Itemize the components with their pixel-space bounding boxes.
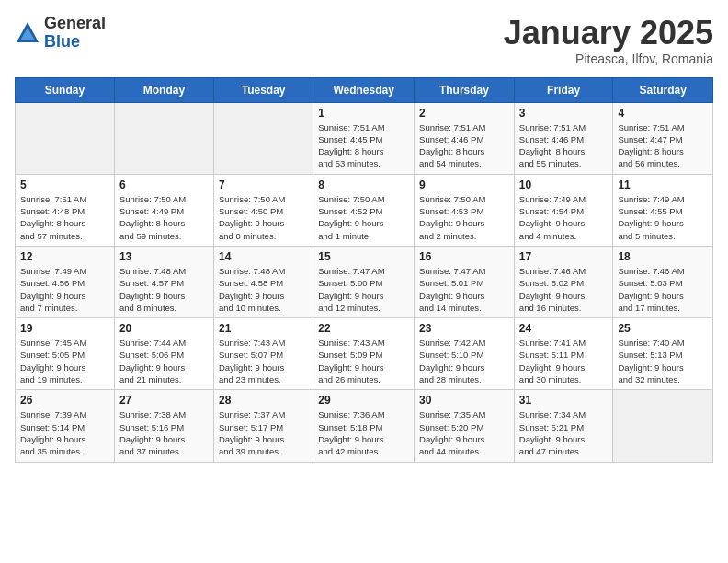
calendar-cell: 2Sunrise: 7:51 AM Sunset: 4:46 PM Daylig… — [415, 102, 515, 174]
calendar-cell: 16Sunrise: 7:47 AM Sunset: 5:01 PM Dayli… — [415, 246, 515, 317]
logo-icon — [15, 20, 40, 46]
calendar-cell: 14Sunrise: 7:48 AM Sunset: 4:58 PM Dayli… — [213, 246, 313, 317]
day-number: 3 — [519, 107, 609, 120]
weekday-header-row: SundayMondayTuesdayWednesdayThursdayFrid… — [16, 77, 713, 102]
calendar-cell — [613, 390, 713, 462]
calendar-cell: 27Sunrise: 7:38 AM Sunset: 5:16 PM Dayli… — [114, 390, 213, 462]
day-number: 31 — [519, 394, 609, 407]
day-number: 28 — [219, 394, 308, 407]
calendar-cell: 26Sunrise: 7:39 AM Sunset: 5:14 PM Dayli… — [16, 390, 115, 462]
calendar-cell: 12Sunrise: 7:49 AM Sunset: 4:56 PM Dayli… — [16, 246, 115, 317]
calendar-cell: 20Sunrise: 7:44 AM Sunset: 5:06 PM Dayli… — [114, 318, 213, 390]
calendar-week-row: 1Sunrise: 7:51 AM Sunset: 4:45 PM Daylig… — [16, 102, 713, 174]
day-number: 11 — [618, 178, 708, 191]
day-number: 1 — [318, 107, 409, 120]
calendar-cell: 11Sunrise: 7:49 AM Sunset: 4:55 PM Dayli… — [613, 174, 713, 246]
day-number: 2 — [419, 107, 509, 120]
day-info: Sunrise: 7:50 AM Sunset: 4:49 PM Dayligh… — [119, 193, 209, 242]
day-number: 19 — [20, 322, 109, 335]
day-number: 18 — [618, 250, 708, 263]
calendar-week-row: 5Sunrise: 7:51 AM Sunset: 4:48 PM Daylig… — [16, 174, 713, 246]
day-info: Sunrise: 7:49 AM Sunset: 4:55 PM Dayligh… — [618, 193, 708, 242]
calendar-cell: 31Sunrise: 7:34 AM Sunset: 5:21 PM Dayli… — [514, 390, 613, 462]
calendar-cell: 30Sunrise: 7:35 AM Sunset: 5:20 PM Dayli… — [415, 390, 515, 462]
logo: General Blue — [15, 15, 106, 52]
day-info: Sunrise: 7:39 AM Sunset: 5:14 PM Dayligh… — [20, 408, 109, 457]
day-info: Sunrise: 7:37 AM Sunset: 5:17 PM Dayligh… — [219, 408, 308, 457]
day-info: Sunrise: 7:41 AM Sunset: 5:11 PM Dayligh… — [519, 337, 609, 385]
day-number: 22 — [318, 322, 409, 335]
day-info: Sunrise: 7:51 AM Sunset: 4:48 PM Dayligh… — [20, 193, 109, 242]
day-number: 23 — [419, 322, 509, 335]
calendar-cell: 6Sunrise: 7:50 AM Sunset: 4:49 PM Daylig… — [114, 174, 213, 246]
calendar-cell: 24Sunrise: 7:41 AM Sunset: 5:11 PM Dayli… — [514, 318, 613, 390]
day-number: 20 — [119, 322, 209, 335]
day-number: 16 — [419, 250, 509, 263]
day-info: Sunrise: 7:38 AM Sunset: 5:16 PM Dayligh… — [119, 408, 209, 457]
calendar-table: SundayMondayTuesdayWednesdayThursdayFrid… — [15, 77, 713, 463]
day-info: Sunrise: 7:48 AM Sunset: 4:57 PM Dayligh… — [119, 265, 209, 314]
day-number: 17 — [519, 250, 609, 263]
calendar-cell: 9Sunrise: 7:50 AM Sunset: 4:53 PM Daylig… — [415, 174, 515, 246]
weekday-header-saturday: Saturday — [613, 77, 713, 102]
weekday-header-monday: Monday — [114, 77, 213, 102]
day-info: Sunrise: 7:45 AM Sunset: 5:05 PM Dayligh… — [20, 337, 109, 385]
day-number: 12 — [20, 250, 109, 263]
day-info: Sunrise: 7:47 AM Sunset: 5:01 PM Dayligh… — [419, 265, 509, 314]
day-number: 30 — [419, 394, 509, 407]
calendar-cell: 22Sunrise: 7:43 AM Sunset: 5:09 PM Dayli… — [313, 318, 415, 390]
day-number: 10 — [519, 178, 609, 191]
day-number: 29 — [318, 394, 409, 407]
calendar-week-row: 12Sunrise: 7:49 AM Sunset: 4:56 PM Dayli… — [16, 246, 713, 317]
day-info: Sunrise: 7:49 AM Sunset: 4:54 PM Dayligh… — [519, 193, 609, 242]
calendar-cell: 29Sunrise: 7:36 AM Sunset: 5:18 PM Dayli… — [313, 390, 415, 462]
calendar-week-row: 19Sunrise: 7:45 AM Sunset: 5:05 PM Dayli… — [16, 318, 713, 390]
day-info: Sunrise: 7:43 AM Sunset: 5:09 PM Dayligh… — [318, 337, 409, 385]
calendar-cell: 19Sunrise: 7:45 AM Sunset: 5:05 PM Dayli… — [16, 318, 115, 390]
title-block: January 2025 Piteasca, Ilfov, Romania — [504, 15, 713, 66]
calendar-cell: 1Sunrise: 7:51 AM Sunset: 4:45 PM Daylig… — [313, 102, 415, 174]
day-info: Sunrise: 7:51 AM Sunset: 4:47 PM Dayligh… — [618, 121, 708, 170]
day-info: Sunrise: 7:50 AM Sunset: 4:53 PM Dayligh… — [419, 193, 509, 242]
calendar-cell: 5Sunrise: 7:51 AM Sunset: 4:48 PM Daylig… — [16, 174, 115, 246]
page-header: General Blue January 2025 Piteasca, Ilfo… — [15, 15, 713, 66]
calendar-cell: 7Sunrise: 7:50 AM Sunset: 4:50 PM Daylig… — [213, 174, 313, 246]
weekday-header-wednesday: Wednesday — [313, 77, 415, 102]
calendar-cell: 25Sunrise: 7:40 AM Sunset: 5:13 PM Dayli… — [613, 318, 713, 390]
day-number: 14 — [219, 250, 308, 263]
day-number: 25 — [618, 322, 708, 335]
calendar-cell: 21Sunrise: 7:43 AM Sunset: 5:07 PM Dayli… — [213, 318, 313, 390]
day-number: 15 — [318, 250, 409, 263]
weekday-header-tuesday: Tuesday — [213, 77, 313, 102]
calendar-cell: 13Sunrise: 7:48 AM Sunset: 4:57 PM Dayli… — [114, 246, 213, 317]
calendar-week-row: 26Sunrise: 7:39 AM Sunset: 5:14 PM Dayli… — [16, 390, 713, 462]
calendar-cell: 23Sunrise: 7:42 AM Sunset: 5:10 PM Dayli… — [415, 318, 515, 390]
day-number: 21 — [219, 322, 308, 335]
location-subtitle: Piteasca, Ilfov, Romania — [504, 52, 713, 66]
day-number: 9 — [419, 178, 509, 191]
day-info: Sunrise: 7:50 AM Sunset: 4:52 PM Dayligh… — [318, 193, 409, 242]
day-info: Sunrise: 7:44 AM Sunset: 5:06 PM Dayligh… — [119, 337, 209, 385]
day-info: Sunrise: 7:46 AM Sunset: 5:02 PM Dayligh… — [519, 265, 609, 314]
calendar-cell: 10Sunrise: 7:49 AM Sunset: 4:54 PM Dayli… — [514, 174, 613, 246]
calendar-cell — [114, 102, 213, 174]
calendar-cell: 18Sunrise: 7:46 AM Sunset: 5:03 PM Dayli… — [613, 246, 713, 317]
day-number: 7 — [219, 178, 308, 191]
day-info: Sunrise: 7:51 AM Sunset: 4:46 PM Dayligh… — [419, 121, 509, 170]
day-number: 13 — [119, 250, 209, 263]
weekday-header-thursday: Thursday — [415, 77, 515, 102]
day-info: Sunrise: 7:34 AM Sunset: 5:21 PM Dayligh… — [519, 408, 609, 457]
day-info: Sunrise: 7:35 AM Sunset: 5:20 PM Dayligh… — [419, 408, 509, 457]
day-number: 8 — [318, 178, 409, 191]
calendar-cell — [16, 102, 115, 174]
day-info: Sunrise: 7:46 AM Sunset: 5:03 PM Dayligh… — [618, 265, 708, 314]
calendar-cell: 28Sunrise: 7:37 AM Sunset: 5:17 PM Dayli… — [213, 390, 313, 462]
logo-blue-label: Blue — [44, 33, 106, 52]
calendar-cell: 17Sunrise: 7:46 AM Sunset: 5:02 PM Dayli… — [514, 246, 613, 317]
month-title: January 2025 — [504, 15, 713, 52]
day-info: Sunrise: 7:51 AM Sunset: 4:45 PM Dayligh… — [318, 121, 409, 170]
calendar-cell: 4Sunrise: 7:51 AM Sunset: 4:47 PM Daylig… — [613, 102, 713, 174]
day-number: 5 — [20, 178, 109, 191]
logo-text: General Blue — [44, 15, 106, 52]
day-number: 4 — [618, 107, 708, 120]
